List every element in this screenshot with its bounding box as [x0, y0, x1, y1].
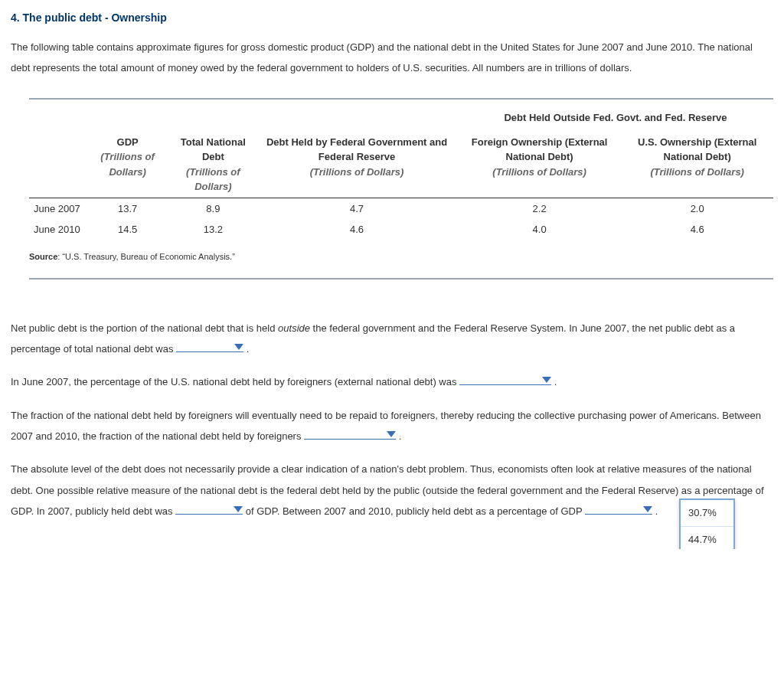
row-label: June 2007	[29, 198, 85, 219]
table-row: June 2007 13.7 8.9 4.7 2.2 2.0	[29, 198, 773, 219]
dropdown-1[interactable]	[176, 338, 243, 359]
cell: 2.0	[621, 198, 773, 219]
cell: 14.5	[85, 219, 171, 240]
dropdown-2[interactable]	[459, 371, 551, 392]
section-title: 4. The public debt - Ownership	[11, 11, 773, 26]
row-label: June 2010	[29, 219, 85, 240]
col-group-header: Debt Held Outside Fed. Govt. and Fed. Re…	[458, 100, 773, 129]
paragraph-3: The fraction of the national debt held b…	[11, 405, 773, 447]
dropdown-3[interactable]	[304, 426, 396, 446]
cell: 4.6	[621, 219, 773, 240]
col-held-fed: Debt Held by Federal Government and Fede…	[256, 129, 458, 198]
col-foreign: Foreign Ownership (External National Deb…	[458, 129, 621, 198]
data-table: Debt Held Outside Fed. Govt. and Fed. Re…	[29, 100, 773, 240]
data-table-container: Debt Held Outside Fed. Govt. and Fed. Re…	[29, 98, 773, 280]
cell: 2.2	[458, 198, 621, 219]
dropdown-option[interactable]: 30.7%	[681, 500, 733, 527]
dropdown-5[interactable]	[585, 501, 652, 521]
paragraph-2: In June 2007, the percentage of the U.S.…	[11, 371, 773, 392]
dropdown-4[interactable]	[175, 501, 243, 521]
chevron-down-icon	[234, 506, 243, 512]
paragraph-4: The absolute level of the debt does not …	[11, 459, 773, 521]
paragraph-1: Net public debt is the portion of the na…	[11, 318, 773, 360]
cell: 13.7	[85, 198, 171, 219]
intro-paragraph: The following table contains approximate…	[11, 37, 773, 79]
cell: 4.6	[256, 219, 458, 240]
chevron-down-icon	[643, 506, 652, 512]
table-source: Source: “U.S. Treasury, Bureau of Econom…	[29, 240, 773, 266]
cell: 13.2	[170, 219, 256, 240]
col-gdp: GDP (Trillions of Dollars)	[85, 129, 171, 198]
dropdown-options-popup: 30.7% 44.7% 49.5% 49.0%	[679, 499, 735, 549]
chevron-down-icon	[234, 344, 243, 350]
cell: 4.7	[256, 198, 458, 219]
col-us: U.S. Ownership (External National Debt) …	[621, 129, 773, 198]
dropdown-option[interactable]: 44.7%	[681, 527, 733, 550]
chevron-down-icon	[387, 431, 396, 437]
table-row: June 2010 14.5 13.2 4.6 4.0 4.6	[29, 219, 773, 240]
question-body: Net public debt is the portion of the na…	[11, 318, 773, 521]
cell: 4.0	[458, 219, 621, 240]
cell: 8.9	[170, 198, 256, 219]
col-total-debt: Total National Debt (Trillions of Dollar…	[170, 129, 256, 198]
chevron-down-icon	[542, 377, 551, 383]
